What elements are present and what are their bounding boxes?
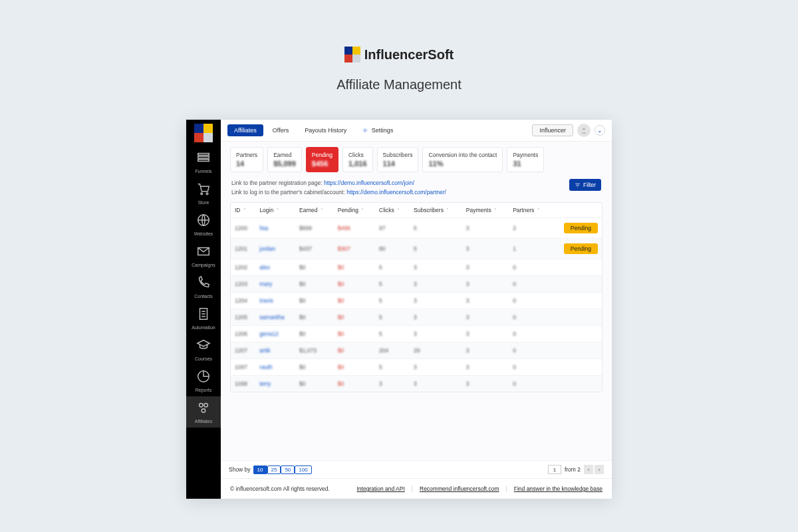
filter-button[interactable]: Filter [569, 179, 601, 191]
column-header[interactable]: ID ˄ [231, 203, 255, 218]
filter-button-label: Filter [583, 182, 596, 188]
pay-cell: 3 [462, 293, 509, 309]
cabinet-link[interactable]: https://demo.influencersoft.com/partner/ [346, 189, 446, 196]
earned-cell: $899 [295, 218, 334, 239]
sidebar-item-reports[interactable]: Reports [186, 365, 221, 396]
status-cell [551, 309, 602, 326]
stat-card-conversion-into-the-contact[interactable]: Conversion into the contact11% [422, 147, 503, 172]
card-label: Earned [273, 152, 296, 158]
tab-payouts-history[interactable]: Payouts History [298, 124, 353, 136]
envelope-icon [196, 244, 211, 259]
id-cell: 1204 [231, 293, 255, 309]
stat-card-partners[interactable]: Partners14 [230, 147, 263, 172]
clicks-cell: 3 [375, 376, 410, 392]
sidebar-logo[interactable] [194, 124, 213, 142]
part-cell: 1 [509, 239, 551, 259]
page-size-10[interactable]: 10 [253, 466, 267, 474]
page-input[interactable]: 1 [548, 465, 561, 474]
card-value: 1,016 [348, 160, 367, 168]
earned-cell: $0 [295, 376, 334, 392]
earned-cell: $0 [295, 293, 334, 309]
registration-link[interactable]: https://demo.influencersoft.com/join/ [324, 180, 414, 186]
part-cell: 0 [509, 309, 551, 326]
sidebar-item-label: Store [186, 200, 221, 205]
svg-point-9 [200, 404, 203, 408]
pay-cell: 3 [462, 259, 509, 276]
stat-card-earned[interactable]: Earned$5,099 [267, 147, 302, 172]
part-cell: 0 [509, 376, 551, 392]
column-header[interactable]: Clicks ˄ [375, 203, 410, 218]
sidebar-item-courses[interactable]: Courses [186, 334, 221, 365]
column-header[interactable]: Login ˄ [255, 203, 295, 218]
id-cell: 1203 [231, 276, 255, 293]
subs-cell: 5 [410, 218, 462, 239]
column-header[interactable]: Pending ˄ [334, 203, 375, 218]
user-role-button[interactable]: Influencer [532, 124, 573, 136]
stat-card-clicks[interactable]: Clicks1,016 [342, 147, 373, 172]
tab-affiliates[interactable]: Affiliates [227, 124, 263, 136]
pending-button[interactable]: Pending [564, 243, 598, 254]
id-cell: 1205 [231, 309, 255, 326]
id-cell: 1207 [231, 342, 255, 359]
column-header[interactable]: Payments ˄ [462, 203, 509, 218]
earned-cell: $0 [295, 259, 334, 276]
tab-settings[interactable]: Settings [356, 124, 400, 136]
page-size-25[interactable]: 25 [267, 466, 281, 474]
login-cell: samantha [255, 309, 295, 326]
card-value: $456 [312, 160, 332, 168]
sidebar-item-websites[interactable]: Websites [186, 209, 221, 240]
card-value: 31 [513, 160, 538, 168]
avatar[interactable] [577, 124, 591, 137]
stat-card-pending[interactable]: Pending$456 [306, 147, 338, 172]
card-label: Subscribers [383, 152, 413, 158]
page-size-50[interactable]: 50 [281, 466, 295, 474]
status-cell [551, 259, 602, 276]
graduation-cap-icon [196, 338, 211, 352]
footer-link[interactable]: Recommend influencersoft.com [420, 485, 499, 492]
svg-point-4 [206, 193, 208, 195]
status-cell [551, 359, 602, 376]
sidebar-item-contacts[interactable]: Contacts [186, 271, 221, 303]
svg-rect-2 [198, 160, 209, 162]
part-cell: 0 [509, 326, 551, 342]
filter-icon [575, 182, 581, 188]
footer-link[interactable]: Integration and API [356, 485, 404, 492]
table-row: 1206gena12$0$05330 [231, 326, 602, 342]
sidebar-item-automation[interactable]: Automation [186, 303, 221, 334]
column-header[interactable]: Earned ˄ [295, 203, 334, 218]
prev-page-button[interactable]: ‹ [584, 465, 593, 474]
page-size-100[interactable]: 100 [295, 466, 311, 474]
pay-cell: 3 [462, 376, 509, 392]
sidebar-item-affiliates[interactable]: Affiliates [186, 396, 221, 428]
stat-card-payments[interactable]: Payments31 [507, 147, 544, 172]
pending-cell: $0 [334, 342, 375, 359]
column-header[interactable]: Subscribers ˄ [410, 203, 462, 218]
footer-link[interactable]: Find answer in the knowledge base [514, 485, 602, 492]
stat-card-subscribers[interactable]: Subscribers114 [377, 147, 419, 172]
next-page-button[interactable]: › [595, 465, 604, 474]
subs-cell: 5 [410, 239, 462, 259]
svg-point-10 [204, 404, 208, 408]
clicks-cell: 80 [375, 239, 410, 259]
brand-logo: InfluencerSoft [344, 47, 454, 63]
part-cell: 0 [509, 276, 551, 293]
sidebar-item-funnels[interactable]: Funnels [186, 146, 221, 178]
table-row: 1204travis$0$05330 [231, 293, 602, 309]
pending-cell: $307 [334, 239, 375, 259]
sidebar-item-label: Campaigns [186, 263, 221, 267]
card-label: Clicks [348, 152, 367, 158]
sort-icon: ˄ [277, 208, 279, 213]
earned-cell: $0 [295, 326, 334, 342]
sidebar-item-store[interactable]: Store [186, 178, 221, 209]
tab-offers[interactable]: Offers [266, 124, 295, 136]
pending-button[interactable]: Pending [564, 223, 598, 233]
status-cell [551, 342, 602, 359]
column-header[interactable]: Partners ˄ [509, 203, 551, 218]
tab-settings-label: Settings [372, 127, 394, 134]
svg-rect-0 [198, 154, 209, 156]
earned-cell: $0 [295, 276, 334, 293]
subs-cell: 3 [410, 376, 462, 392]
sidebar-item-campaigns[interactable]: Campaigns [186, 240, 221, 271]
chevron-down-icon: ⌄ [597, 127, 602, 134]
user-menu-dropdown[interactable]: ⌄ [595, 125, 605, 136]
